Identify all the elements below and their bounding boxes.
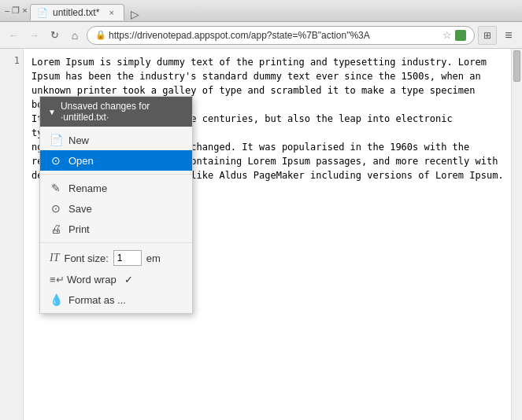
forward-icon: → — [29, 29, 39, 41]
line-number-1: 1 — [14, 55, 20, 66]
word-wrap-icon: ≡↵ — [50, 274, 62, 286]
dropdown-section-ops: ✎ Rename ⊙ Save 🖨 Print — [40, 175, 192, 243]
home-icon: ⌂ — [72, 29, 78, 42]
line-numbers: 1 — [0, 49, 24, 420]
menu-new-label: New — [68, 134, 89, 146]
addressbar: ← → ↻ ⌂ 🔒 https://drivenotepad.appspot.c… — [0, 22, 522, 49]
dropdown-section-files: 📄 New ⊙ Open — [40, 127, 192, 175]
tab-close-btn[interactable]: × — [108, 8, 116, 17]
back-icon: ← — [9, 29, 19, 41]
menu-item-format[interactable]: 💧 Format as ... — [40, 289, 192, 310]
titlebar: – ❐ × 📄 untitled.txt* × ▷ — [0, 0, 522, 22]
font-size-icon: IT — [50, 252, 59, 264]
dropdown-arrow-icon: ▼ — [48, 108, 56, 116]
format-icon: 💧 — [50, 293, 62, 306]
forward-btn[interactable]: → — [25, 27, 43, 44]
url-bar[interactable]: 🔒 https://drivenotepad.appspot.com/app?s… — [87, 26, 475, 45]
editor-container: 1 Lorem Ipsum is simply dummy text of th… — [0, 49, 522, 420]
open-icon: ⊙ — [50, 154, 62, 167]
rename-icon: ✎ — [50, 182, 62, 194]
word-wrap-checkmark: ✓ — [124, 274, 133, 286]
new-file-icon: 📄 — [50, 134, 62, 146]
url-text: https://drivenotepad.appspot.com/app?sta… — [109, 30, 442, 41]
win-minimize-btn[interactable]: – — [5, 6, 9, 16]
dropdown-menu: ▼ Unsaved changes for ·untitled.txt· 📄 N… — [39, 96, 193, 314]
dropdown-header[interactable]: ▼ Unsaved changes for ·untitled.txt· — [40, 97, 192, 127]
print-icon: 🖨 — [50, 223, 62, 235]
font-size-unit: em — [146, 252, 161, 264]
scrollbar-thumb[interactable] — [513, 50, 520, 82]
dropdown-header-text: Unsaved changes for ·untitled.txt· — [61, 101, 184, 123]
vertical-scrollbar[interactable] — [511, 49, 522, 420]
home-btn[interactable]: ⌂ — [66, 27, 83, 44]
word-wrap-label: Word wrap — [67, 274, 117, 286]
extensions-icon: ⊞ — [483, 30, 491, 41]
tab-label: untitled.txt* — [53, 7, 99, 18]
reload-btn[interactable]: ↻ — [46, 27, 63, 44]
menu-rename-label: Rename — [68, 182, 107, 194]
hamburger-icon: ≡ — [505, 28, 512, 42]
win-close-btn[interactable]: × — [22, 6, 27, 16]
back-btn[interactable]: ← — [5, 27, 22, 44]
menu-item-save[interactable]: ⊙ Save — [40, 198, 192, 219]
new-tab-btn[interactable]: ▷ — [128, 8, 143, 20]
menu-item-print[interactable]: 🖨 Print — [40, 219, 192, 239]
menu-print-label: Print — [68, 223, 90, 235]
tab-file-icon: 📄 — [37, 8, 48, 18]
more-options-btn[interactable]: ⊞ — [478, 26, 497, 45]
browser-menu-btn[interactable]: ≡ — [500, 27, 517, 44]
url-icons: ☆ — [442, 29, 466, 41]
font-size-input[interactable] — [113, 250, 142, 266]
menu-item-new[interactable]: 📄 New — [40, 130, 192, 150]
menu-open-label: Open — [68, 155, 94, 167]
font-size-label: Font size: — [64, 252, 108, 264]
star-icon[interactable]: ☆ — [442, 29, 452, 41]
tab-untitled[interactable]: 📄 untitled.txt* × — [30, 4, 124, 20]
extension-icon[interactable] — [455, 30, 466, 41]
menu-save-label: Save — [68, 203, 92, 215]
tab-area: 📄 untitled.txt* × ▷ — [30, 1, 517, 20]
menu-format-label: Format as ... — [68, 294, 126, 306]
save-icon: ⊙ — [50, 202, 62, 215]
win-restore-btn[interactable]: ❐ — [12, 6, 20, 16]
dropdown-section-settings: IT Font size: em ≡↵ Word wrap ✓ 💧 Format… — [40, 243, 192, 313]
menu-item-rename[interactable]: ✎ Rename — [40, 178, 192, 198]
menu-item-word-wrap[interactable]: ≡↵ Word wrap ✓ — [40, 270, 192, 289]
secure-icon: 🔒 — [95, 30, 106, 40]
reload-icon: ↻ — [50, 29, 59, 41]
font-size-row: IT Font size: em — [40, 246, 192, 270]
menu-item-open[interactable]: ⊙ Open — [40, 150, 192, 171]
